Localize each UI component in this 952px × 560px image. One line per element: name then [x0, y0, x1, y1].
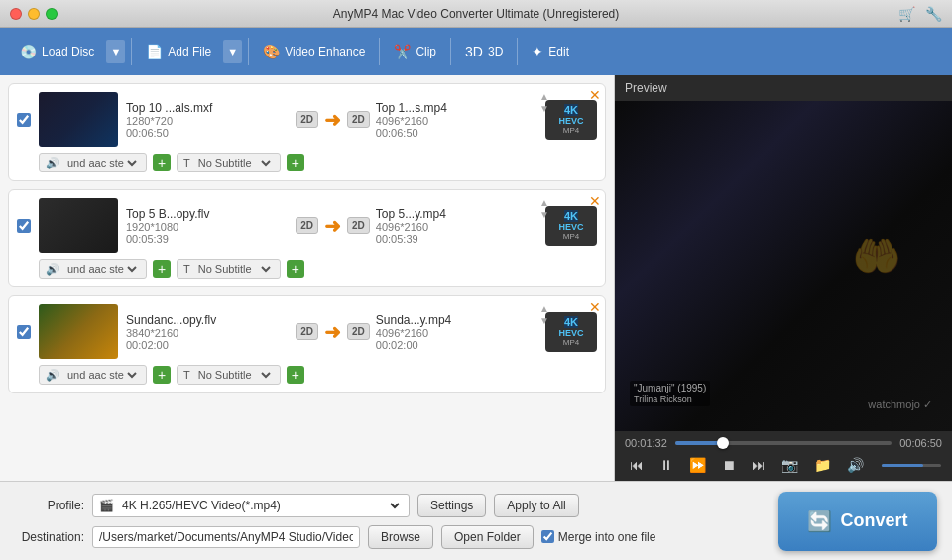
subtitle-select-1[interactable]: No Subtitle Subtitle Add Subtitle: [194, 156, 274, 169]
format-badge-1[interactable]: 4K HEVC MP4: [545, 100, 597, 140]
format-badge-3[interactable]: 4K HEVC MP4: [545, 312, 597, 352]
convert-label: Convert: [840, 510, 907, 531]
dest-duration-1: 00:06:50: [376, 127, 539, 139]
subtitle-select-2[interactable]: No Subtitle Subtitle Add Subtitle: [194, 262, 274, 276]
audio-select-2[interactable]: und aac ste: [63, 262, 140, 276]
fast-forward-button[interactable]: ⏩: [685, 455, 710, 475]
volume-icon[interactable]: 🔊: [843, 455, 868, 475]
file-close-2[interactable]: ✕: [589, 194, 601, 208]
add-subtitle-btn-1[interactable]: +: [287, 154, 304, 171]
dest-badge-1: 2D: [347, 111, 370, 128]
file-item-top-3: Sundanc...opy.flv 3840*2160 00:02:00 2D …: [17, 304, 597, 359]
3d-icon: 3D: [465, 44, 483, 59]
arrow-up-1[interactable]: ▲: [539, 92, 549, 102]
file-item-2: ✕ ▲ ▼ Top 5 B...opy.flv 1920*1080 00:05:…: [8, 189, 606, 287]
pause-button[interactable]: ⏸: [655, 455, 677, 475]
arrow-down-3[interactable]: ▼: [539, 316, 549, 326]
subtitle-select-wrap-2: T No Subtitle Subtitle Add Subtitle: [177, 259, 281, 279]
load-disc-button[interactable]: 💿 Load Disc: [12, 38, 102, 65]
dest-path-input[interactable]: [92, 526, 360, 548]
time-elapsed: 00:01:32: [625, 437, 667, 449]
file-list: ✕ ▲ ▼ Top 10 ...als.mxf 1280*720 00:06:5…: [0, 75, 615, 481]
source-badge-1: 2D: [296, 111, 318, 128]
toolbar-separator-2: [248, 38, 249, 65]
dest-res-3: 4096*2160: [376, 327, 539, 339]
settings-icon[interactable]: 🔧: [925, 6, 942, 22]
skip-back-button[interactable]: ⏮: [626, 455, 648, 475]
audio-select-1[interactable]: und aac ste: [63, 156, 140, 169]
arrow-up-3[interactable]: ▲: [539, 304, 549, 314]
3d-button[interactable]: 3D 3D: [457, 38, 511, 65]
load-disc-dropdown[interactable]: ▼: [106, 40, 125, 63]
audio-select-3[interactable]: und aac ste: [63, 368, 140, 382]
folder-button[interactable]: 📁: [810, 455, 835, 475]
preview-title: Preview: [615, 75, 952, 101]
format-hevc-label-1: HEVC: [558, 116, 583, 126]
minimize-button[interactable]: [28, 8, 40, 20]
format-4k-label-3: 4K: [564, 316, 578, 328]
edit-button[interactable]: ✦ Edit: [524, 38, 577, 65]
maximize-button[interactable]: [46, 8, 58, 20]
progress-track[interactable]: [675, 441, 892, 445]
convert-button[interactable]: 🔄 Convert: [778, 492, 937, 551]
video-content-hands: 🤲: [852, 233, 901, 280]
title-bar: AnyMP4 Mac Video Converter Ultimate (Unr…: [0, 0, 952, 28]
edit-icon: ✦: [532, 44, 543, 59]
file-close-1[interactable]: ✕: [589, 88, 601, 102]
progress-fill: [675, 441, 723, 445]
preview-controls: 00:01:32 00:06:50 ⏮ ⏸ ⏩ ⏹ ⏭ 📷 📁 🔊: [615, 431, 952, 481]
merge-checkbox[interactable]: [541, 530, 554, 543]
dest-name-1: Top 1...s.mp4: [376, 101, 539, 115]
add-audio-btn-3[interactable]: +: [153, 366, 171, 384]
screenshot-button[interactable]: 📷: [777, 455, 802, 475]
file-checkbox-1[interactable]: [17, 113, 31, 127]
subtitle-select-3[interactable]: No Subtitle Subtitle Add Subtitle: [194, 368, 274, 382]
window-title: AnyMP4 Mac Video Converter Ultimate (Unr…: [333, 7, 620, 21]
stop-button[interactable]: ⏹: [718, 455, 740, 475]
add-audio-btn-1[interactable]: +: [153, 154, 171, 171]
file-checkbox-2[interactable]: [17, 219, 31, 233]
file-item-bottom-1: 🔊 und aac ste + T No Subtitle Subtitle A…: [39, 153, 597, 172]
file-thumb-1: [39, 92, 118, 147]
profile-icon: 🎬: [99, 499, 114, 512]
traffic-lights: [10, 8, 58, 20]
apply-all-button[interactable]: Apply to All: [494, 494, 578, 517]
file-close-3[interactable]: ✕: [589, 300, 601, 314]
bottom-left: Profile: 🎬 4K H.265/HEVC Video(*.mp4) 10…: [15, 494, 769, 549]
add-subtitle-btn-3[interactable]: +: [287, 366, 304, 384]
file-info-3: Sundanc...opy.flv 3840*2160 00:02:00 2D …: [126, 312, 597, 352]
volume-track[interactable]: [882, 464, 941, 467]
format-4k-label-2: 4K: [564, 210, 578, 222]
add-file-button[interactable]: 📄 Add File: [138, 38, 219, 65]
arrow-down-1[interactable]: ▼: [539, 104, 549, 114]
file-arrows-3: ▲ ▼: [539, 304, 549, 326]
video-enhance-button[interactable]: 🎨 Video Enhance: [255, 38, 373, 65]
toolbar-separator-4: [450, 38, 451, 65]
arrow-down-2[interactable]: ▼: [539, 210, 549, 220]
file-checkbox-3[interactable]: [17, 325, 31, 339]
profile-label: Profile:: [15, 499, 84, 512]
clip-icon: ✂️: [394, 44, 411, 59]
toolbar-separator-5: [517, 38, 518, 65]
dest-duration-2: 00:05:39: [376, 233, 539, 245]
close-button[interactable]: [10, 8, 22, 20]
add-audio-btn-2[interactable]: +: [153, 260, 171, 278]
video-watermark: watchmojo ✓: [868, 398, 932, 411]
convert-arrow-2: ➜: [324, 214, 341, 238]
skip-forward-button[interactable]: ⏭: [748, 455, 770, 475]
clip-button[interactable]: ✂️ Clip: [386, 38, 444, 65]
file-source-3: Sundanc...opy.flv 3840*2160 00:02:00: [126, 313, 290, 351]
dest-res-1: 4096*2160: [376, 115, 539, 127]
cart-icon[interactable]: 🛒: [898, 6, 915, 22]
open-folder-button[interactable]: Open Folder: [441, 525, 534, 549]
browse-button[interactable]: Browse: [368, 525, 433, 549]
format-badge-2[interactable]: 4K HEVC MP4: [545, 206, 597, 246]
format-hevc-label-2: HEVC: [558, 222, 583, 232]
audio-icon-3: 🔊: [46, 369, 60, 382]
settings-button[interactable]: Settings: [417, 494, 486, 517]
arrow-up-2[interactable]: ▲: [539, 198, 549, 208]
source-badge-3: 2D: [296, 323, 318, 340]
add-file-dropdown[interactable]: ▼: [223, 40, 242, 63]
add-subtitle-btn-2[interactable]: +: [287, 260, 304, 278]
profile-select[interactable]: 4K H.265/HEVC Video(*.mp4) 1080p H.264 V…: [118, 498, 403, 513]
